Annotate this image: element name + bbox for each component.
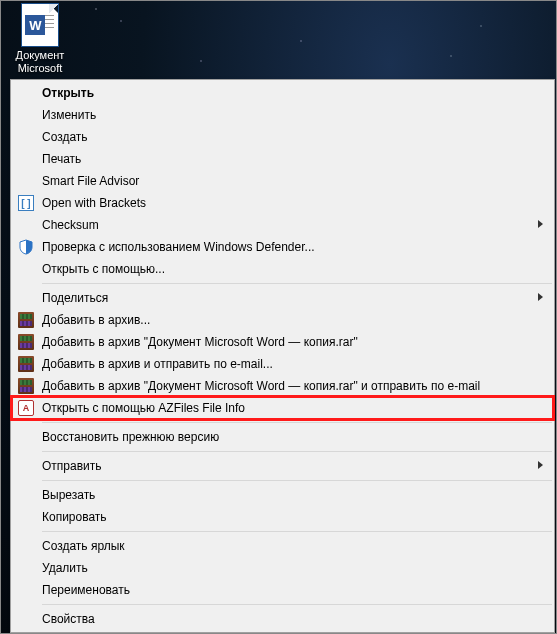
menu-edit[interactable]: Изменить: [12, 104, 553, 126]
submenu-arrow-icon: [538, 293, 543, 301]
word-document-icon: W: [21, 3, 59, 47]
winrar-icon: [17, 355, 35, 373]
winrar-icon: [17, 377, 35, 395]
menu-properties[interactable]: Свойства: [12, 608, 553, 630]
menu-send-to[interactable]: Отправить: [12, 455, 553, 477]
context-menu: Открыть Изменить Создать Печать Smart Fi…: [10, 79, 555, 633]
menu-cut[interactable]: Вырезать: [12, 484, 553, 506]
menu-print[interactable]: Печать: [12, 148, 553, 170]
document-lines-icon: [45, 15, 54, 31]
submenu-arrow-icon: [538, 461, 543, 469]
desktop-file-icon[interactable]: W Документ Microsoft: [7, 3, 73, 75]
word-badge: W: [25, 15, 45, 35]
desktop-icon-label: Документ Microsoft: [7, 49, 73, 75]
menu-create-shortcut[interactable]: Создать ярлык: [12, 535, 553, 557]
menu-azfiles-open[interactable]: A Открыть с помощью AZFiles File Info: [12, 397, 553, 419]
menu-separator: [42, 283, 552, 284]
menu-separator: [42, 480, 552, 481]
menu-create[interactable]: Создать: [12, 126, 553, 148]
menu-separator: [42, 451, 552, 452]
menu-defender-scan[interactable]: Проверка с использованием Windows Defend…: [12, 236, 553, 258]
menu-copy[interactable]: Копировать: [12, 506, 553, 528]
azfiles-icon: A: [17, 399, 35, 417]
menu-archive-named-and-email[interactable]: Добавить в архив "Документ Microsoft Wor…: [12, 375, 553, 397]
menu-checksum[interactable]: Checksum: [12, 214, 553, 236]
menu-separator: [42, 604, 552, 605]
menu-open[interactable]: Открыть: [12, 82, 553, 104]
menu-archive-and-email[interactable]: Добавить в архив и отправить по e-mail..…: [12, 353, 553, 375]
winrar-icon: [17, 311, 35, 329]
menu-share[interactable]: Поделиться: [12, 287, 553, 309]
menu-delete[interactable]: Удалить: [12, 557, 553, 579]
menu-open-with-brackets[interactable]: [ ] Open with Brackets: [12, 192, 553, 214]
menu-add-to-archive[interactable]: Добавить в архив...: [12, 309, 553, 331]
submenu-arrow-icon: [538, 220, 543, 228]
menu-smart-file-advisor[interactable]: Smart File Advisor: [12, 170, 553, 192]
menu-restore-previous[interactable]: Восстановить прежнюю версию: [12, 426, 553, 448]
brackets-icon: [ ]: [17, 194, 35, 212]
menu-rename[interactable]: Переименовать: [12, 579, 553, 601]
menu-separator: [42, 531, 552, 532]
menu-add-to-archive-named[interactable]: Добавить в архив "Документ Microsoft Wor…: [12, 331, 553, 353]
winrar-icon: [17, 333, 35, 351]
menu-open-with[interactable]: Открыть с помощью...: [12, 258, 553, 280]
menu-separator: [42, 422, 552, 423]
defender-shield-icon: [17, 238, 35, 256]
